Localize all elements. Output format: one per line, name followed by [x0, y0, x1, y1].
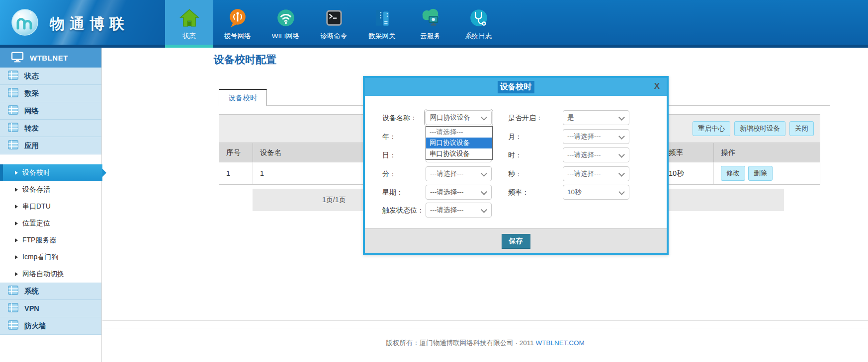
- device-name-dropdown-list: ---请选择--- 网口协议设备 串口协议设备: [426, 126, 493, 160]
- dialog-header[interactable]: 设备校时 X: [365, 78, 667, 96]
- nav-label: 诊断命令: [321, 32, 347, 41]
- enabled-select[interactable]: 是: [563, 110, 629, 125]
- application-window: 物通博联 状态: [0, 0, 868, 362]
- device-time-sync-dialog: 设备校时 X 设备名称： 网口协议设备 年： ---请选择--- 日： ---请…: [363, 76, 669, 255]
- caret-right-icon: [15, 272, 18, 276]
- field-label-weekday: 星期：: [382, 185, 403, 200]
- nav-item-wifi-network[interactable]: WIFI网络: [261, 0, 310, 45]
- nav-item-status[interactable]: 状态: [165, 0, 213, 45]
- dropdown-option-serial-protocol-device[interactable]: 串口协议设备: [426, 148, 492, 159]
- sidebar-item-network[interactable]: 网络: [0, 102, 101, 120]
- field-label-trigger-status-bit: 触发状态位：: [382, 203, 424, 217]
- page-title: 设备校时配置: [214, 53, 276, 67]
- dropdown-option-net-protocol-device[interactable]: 网口协议设备: [426, 138, 492, 148]
- sidebar-item-device-time-sync[interactable]: 设备校时: [0, 164, 102, 181]
- sidebar-item-serial-dtu[interactable]: 串口DTU: [0, 198, 101, 215]
- month-select[interactable]: ---请选择---: [563, 129, 629, 144]
- sidebar-item-device-alive[interactable]: 设备存活: [0, 181, 101, 198]
- submenu-label: 位置定位: [22, 219, 50, 228]
- active-nav-underline: [165, 45, 213, 48]
- caret-right-icon: [15, 238, 18, 242]
- field-label-second: 秒：: [508, 166, 522, 181]
- nav-item-dialup-network[interactable]: 拨号网络: [213, 0, 261, 45]
- footer-divider: [102, 329, 868, 329]
- sidebar-item-application[interactable]: 应用: [0, 137, 101, 154]
- minute-select[interactable]: ---请选择---: [426, 166, 492, 181]
- submenu-label: 设备存活: [22, 185, 50, 194]
- caret-right-icon: [15, 255, 18, 259]
- sidebar-item-label: 应用: [24, 141, 39, 150]
- terminal-icon: [324, 6, 345, 29]
- field-label-device-name: 设备名称：: [382, 110, 417, 125]
- second-select[interactable]: ---请选择---: [563, 166, 629, 181]
- sidebar-item-label: 网络: [24, 106, 39, 116]
- cell-actions: 修改 删除: [714, 162, 820, 184]
- nav-item-data-gateway[interactable]: 数采网关: [358, 0, 406, 45]
- edit-button[interactable]: 修改: [721, 166, 745, 181]
- restart-center-button[interactable]: 重启中心: [693, 121, 730, 136]
- sidebar-item-data-collect[interactable]: 数采: [0, 85, 101, 102]
- caret-right-icon: [15, 171, 18, 175]
- sidebar-item-forward[interactable]: 转发: [0, 120, 101, 137]
- cell-freq: 10秒: [662, 162, 714, 184]
- banner-bottom-strip: [0, 45, 868, 48]
- hour-select[interactable]: ---请选择---: [563, 147, 629, 162]
- weekday-select[interactable]: ---请选择---: [426, 185, 492, 200]
- close-button[interactable]: 关闭: [789, 121, 814, 136]
- copyright-text: 版权所有：厦门物通博联网络科技有限公司 · 2011: [386, 339, 534, 347]
- nav-label: 系统日志: [465, 32, 492, 41]
- submenu-label: 串口DTU: [22, 202, 51, 211]
- caret-right-icon: [15, 188, 18, 192]
- sidebar-item-firewall[interactable]: 防火墙: [0, 317, 101, 335]
- sidebar-item-icmp-watchdog[interactable]: Icmp看门狗: [0, 249, 101, 266]
- tab-device-time-sync[interactable]: 设备校时: [219, 89, 267, 106]
- brand-logo: 物通博联: [0, 0, 165, 48]
- top-banner: 物通博联 状态: [0, 0, 868, 48]
- trigger-status-bit-select[interactable]: ---请选择---: [426, 203, 492, 217]
- submenu-label: 设备校时: [22, 168, 50, 177]
- device-name-select[interactable]: 网口协议设备: [426, 110, 492, 125]
- sidebar-item-label: 防火墙: [24, 321, 46, 331]
- frequency-select[interactable]: 10秒: [563, 185, 629, 200]
- sidebar-item-label: 状态: [24, 72, 39, 81]
- sidebar-item-ftp-server[interactable]: FTP服务器: [0, 232, 101, 249]
- field-label-month: 月：: [508, 129, 522, 144]
- dropdown-option-placeholder[interactable]: ---请选择---: [426, 127, 492, 138]
- nav-item-diagnostic-command[interactable]: 诊断命令: [310, 0, 358, 45]
- caret-right-icon: [15, 205, 18, 209]
- grid-icon: [8, 303, 18, 314]
- sidebar-item-location[interactable]: 位置定位: [0, 215, 101, 232]
- nav-item-system-log[interactable]: 系统日志: [454, 0, 503, 45]
- grid-icon: [8, 140, 18, 151]
- save-button[interactable]: 保存: [502, 234, 530, 249]
- nav-item-cloud-service[interactable]: 云服务: [406, 0, 454, 45]
- dialog-title: 设备校时: [498, 81, 534, 93]
- dialog-body: 设备名称： 网口协议设备 年： ---请选择--- 日： ---请选择--- 分…: [365, 96, 667, 228]
- dialog-footer: 保存: [365, 228, 667, 253]
- footer: 版权所有：厦门物通博联网络科技有限公司 · 2011 WTBLNET.COM: [102, 339, 868, 348]
- close-icon[interactable]: X: [654, 81, 660, 92]
- sidebar-item-vpn[interactable]: VPN: [0, 300, 101, 317]
- field-label-hour: 时：: [508, 147, 522, 162]
- field-label-day: 日：: [382, 147, 396, 162]
- delete-button[interactable]: 删除: [748, 166, 773, 181]
- sidebar-item-label: 转发: [24, 124, 39, 133]
- dialup-icon: [227, 6, 248, 29]
- field-label-frequency: 频率：: [508, 185, 529, 200]
- sidebar-item-network-auto-switch[interactable]: 网络自动切换: [0, 266, 101, 283]
- wtblnet-link[interactable]: WTBLNET.COM: [536, 339, 585, 347]
- sidebar-item-status[interactable]: 状态: [0, 68, 101, 85]
- grid-icon: [8, 105, 18, 116]
- column-header-seq: 序号: [219, 143, 253, 162]
- column-header-freq: 频率: [662, 143, 714, 162]
- grid-icon: [8, 71, 18, 81]
- sidebar-item-system[interactable]: 系统: [0, 283, 101, 300]
- gateway-icon: [372, 6, 393, 29]
- syslog-icon: [468, 6, 489, 29]
- cell-seq: 1: [219, 162, 253, 184]
- grid-icon: [8, 320, 18, 331]
- add-time-sync-device-button[interactable]: 新增校时设备: [734, 121, 785, 136]
- grid-icon: [8, 88, 18, 99]
- brand-name: 物通博联: [50, 14, 129, 34]
- nav-label: 云服务: [420, 32, 440, 41]
